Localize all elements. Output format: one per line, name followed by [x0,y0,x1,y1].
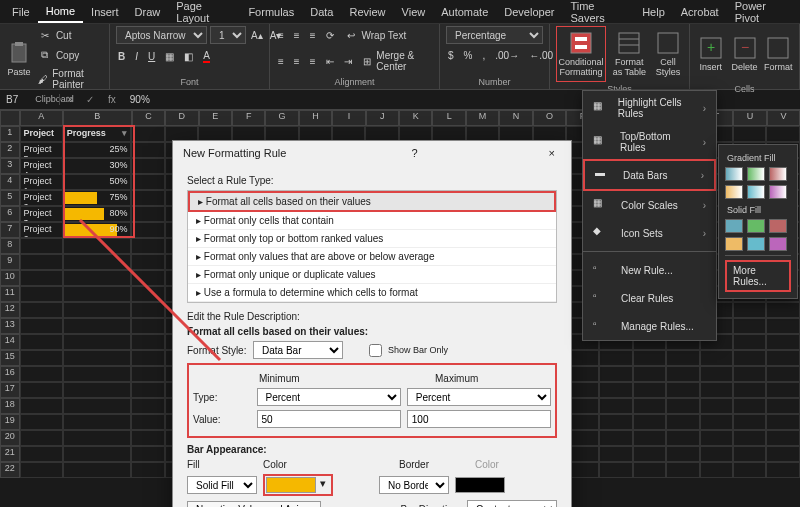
font-name-select[interactable]: Aptos Narrow [116,26,207,44]
cancel-icon[interactable]: ✕ [60,94,80,105]
row-header-18[interactable]: 18 [0,398,20,414]
cell-C10[interactable] [131,270,164,286]
swatch-solid-purple[interactable] [769,237,787,251]
row-header-4[interactable]: 4 [0,174,20,190]
cell-R15[interactable] [633,350,666,366]
wrap-text-button[interactable]: ↩Wrap Text [342,26,409,44]
cell-T22[interactable] [700,462,733,478]
cell-C4[interactable] [131,174,164,190]
cell-Q22[interactable] [599,462,632,478]
rule-type-item[interactable]: ▸ Format only cells that contain [188,212,556,230]
cell-T17[interactable] [700,382,733,398]
cell-U17[interactable] [733,382,766,398]
col-header-N[interactable]: N [499,110,532,126]
cell-B12[interactable] [63,302,132,318]
cell-U16[interactable] [733,366,766,382]
formula-input[interactable]: 90% [124,94,156,105]
swatch-solid-blue[interactable] [725,219,743,233]
cell-U1[interactable] [733,126,766,142]
row-header-2[interactable]: 2 [0,142,20,158]
cell-B2[interactable]: 25% [63,142,132,158]
cell-A10[interactable] [20,270,63,286]
border-color-swatch[interactable] [455,477,505,493]
menu-tab-review[interactable]: Review [341,2,393,22]
cf-menu-clear-rules[interactable]: ▫Clear Rules [583,284,716,312]
rule-type-item[interactable]: ▸ Use a formula to determine which cells… [188,284,556,302]
cut-button[interactable]: ✂Cut [36,26,103,44]
value-min-input[interactable] [257,410,401,428]
cell-Q15[interactable] [599,350,632,366]
cell-C17[interactable] [131,382,164,398]
cell-T20[interactable] [700,430,733,446]
cell-Q16[interactable] [599,366,632,382]
row-header-20[interactable]: 20 [0,430,20,446]
cell-B15[interactable] [63,350,132,366]
cell-A1[interactable]: Project ▾ [20,126,63,142]
menu-tab-data[interactable]: Data [302,2,341,22]
cell-S19[interactable] [666,414,699,430]
bar-direction-select[interactable]: Context [467,500,557,507]
cell-A15[interactable] [20,350,63,366]
cell-C20[interactable] [131,430,164,446]
cf-menu-highlight-cells-rules[interactable]: ▦Highlight Cells Rules› [583,91,716,125]
cell-S21[interactable] [666,446,699,462]
swatch-gradient-red[interactable] [769,167,787,181]
cell-C1[interactable] [131,126,164,142]
col-header-B[interactable]: B [63,110,132,126]
color-dropdown-icon[interactable]: ▾ [316,477,330,493]
col-header-G[interactable]: G [265,110,298,126]
cell-B1[interactable]: Progress ▾ [63,126,132,142]
cell-R18[interactable] [633,398,666,414]
cell-C7[interactable] [131,222,164,238]
col-header-O[interactable]: O [533,110,566,126]
cell-B11[interactable] [63,286,132,302]
col-header-J[interactable]: J [366,110,399,126]
cell-A12[interactable] [20,302,63,318]
row-header-22[interactable]: 22 [0,462,20,478]
row-header-9[interactable]: 9 [0,254,20,270]
fx-label[interactable]: fx [100,94,124,105]
cell-T18[interactable] [700,398,733,414]
cell-B9[interactable] [63,254,132,270]
type-max-select[interactable]: Percent [407,388,551,406]
cell-A16[interactable] [20,366,63,382]
cell-B3[interactable]: 30% [63,158,132,174]
currency-button[interactable]: $ [446,48,456,63]
cell-B19[interactable] [63,414,132,430]
col-header-C[interactable]: C [132,110,165,126]
menu-tab-formulas[interactable]: Formulas [240,2,302,22]
align-left-button[interactable]: ≡ [276,48,286,74]
cell-A5[interactable]: Project 2 [20,190,63,206]
menu-tab-insert[interactable]: Insert [83,2,127,22]
cf-menu-icon-sets[interactable]: ◆Icon Sets› [583,219,716,247]
row-header-13[interactable]: 13 [0,318,20,334]
cell-B18[interactable] [63,398,132,414]
cf-menu-color-scales[interactable]: ▦Color Scales› [583,191,716,219]
row-header-7[interactable]: 7 [0,222,20,238]
cell-Q17[interactable] [599,382,632,398]
indent-dec-button[interactable]: ⇤ [324,48,336,74]
menu-tab-help[interactable]: Help [634,2,673,22]
cell-A17[interactable] [20,382,63,398]
cell-C14[interactable] [131,334,164,350]
cell-S22[interactable] [666,462,699,478]
row-header-1[interactable]: 1 [0,126,20,142]
cell-B22[interactable] [63,462,132,478]
row-header-16[interactable]: 16 [0,366,20,382]
insert-cells-button[interactable]: + Insert [696,26,726,82]
cell-U18[interactable] [733,398,766,414]
cell-C16[interactable] [131,366,164,382]
cell-B8[interactable] [63,238,132,254]
cell-U13[interactable] [733,318,766,334]
increase-decimal-button[interactable]: .00→ [493,48,521,63]
menu-tab-draw[interactable]: Draw [127,2,169,22]
row-header-3[interactable]: 3 [0,158,20,174]
cell-T15[interactable] [700,350,733,366]
cell-R21[interactable] [633,446,666,462]
align-top-button[interactable]: ≡ [276,26,286,44]
cell-U12[interactable] [733,302,766,318]
select-all-corner[interactable] [0,110,20,126]
format-painter-button[interactable]: 🖌Format Painter [36,66,103,92]
cell-C8[interactable] [131,238,164,254]
merge-center-button[interactable]: ⊞Merge & Center [360,48,433,74]
